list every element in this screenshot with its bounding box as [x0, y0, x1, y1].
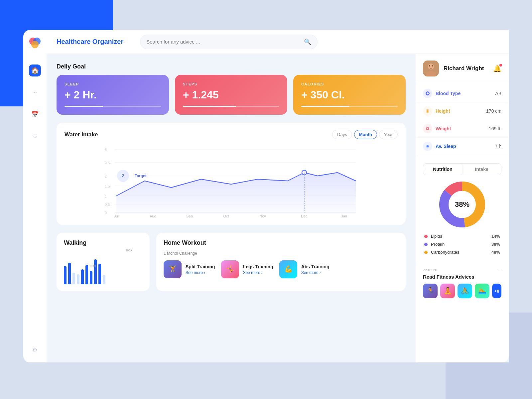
- period-buttons: Days Month Year: [332, 130, 398, 139]
- bar: [81, 269, 84, 284]
- svg-text:🚴: 🚴: [461, 287, 469, 295]
- legs-name: Legs Training: [243, 264, 273, 269]
- sidebar-item-settings[interactable]: ⚙: [29, 344, 41, 356]
- svg-text:Jan: Jan: [341, 214, 347, 217]
- calories-progress-bar: [301, 106, 398, 107]
- svg-point-2: [31, 41, 39, 48]
- chevron-right-icon: ›: [261, 270, 263, 275]
- avatar: [423, 61, 439, 76]
- daily-goal-title: Deily Goal: [57, 63, 406, 70]
- water-intake-section: Water Intake Days Month Year 3 2.5 2: [57, 123, 406, 225]
- svg-text:🤸: 🤸: [226, 265, 234, 273]
- svg-text:Aug: Aug: [150, 214, 156, 217]
- bar-col-2: [68, 263, 71, 284]
- workout-title: Home Workout: [164, 239, 398, 246]
- protein-value: 38%: [491, 242, 500, 247]
- sidebar: 🏠 ～ 📅 ♡ ⚙: [23, 30, 47, 362]
- period-month[interactable]: Month: [354, 130, 377, 139]
- calories-value: + 350 Cl.: [301, 89, 398, 101]
- steps-progress-fill: [183, 106, 236, 107]
- av-sleep-icon: [423, 142, 432, 151]
- bar: [77, 274, 79, 284]
- period-year[interactable]: Year: [379, 130, 398, 139]
- sleep-row: Av. Sleep 7 h: [416, 138, 509, 155]
- sidebar-item-activity[interactable]: ～: [29, 86, 41, 98]
- bar: [85, 265, 88, 284]
- svg-point-44: [427, 128, 428, 129]
- split-info: Split Training See more ›: [186, 264, 215, 275]
- advices-title: Read Fitness Advices: [423, 274, 501, 280]
- sleep-label: SLEEP: [65, 82, 161, 86]
- bar: [64, 266, 66, 284]
- split-see-more[interactable]: See more ›: [186, 270, 215, 275]
- height-row: Height 170 cm: [416, 102, 509, 120]
- svg-text:1.5: 1.5: [105, 184, 110, 188]
- bar-col-4: [77, 274, 79, 284]
- calories-label: CALORIES: [301, 82, 398, 86]
- height-label: Height: [436, 108, 486, 114]
- bar: [98, 264, 101, 284]
- advice-thumb-4: 🏊: [475, 284, 489, 298]
- bar-col-6: [85, 265, 88, 284]
- app-title: Healthcare Organizer: [57, 38, 123, 46]
- sidebar-item-home[interactable]: 🏠: [29, 65, 41, 76]
- advices-menu-icon[interactable]: ···: [498, 268, 501, 272]
- legs-see-more[interactable]: See more ›: [243, 270, 273, 275]
- split-name: Split Training: [186, 264, 215, 269]
- height-icon: [423, 106, 432, 116]
- steps-progress-bar: [183, 106, 279, 107]
- bar-col-1: [64, 266, 66, 284]
- period-days[interactable]: Days: [332, 130, 352, 139]
- bar: [68, 263, 71, 284]
- abs-see-more[interactable]: See more ›: [301, 270, 330, 275]
- search-bar[interactable]: 🔍: [140, 35, 317, 49]
- svg-text:2.5: 2.5: [105, 161, 110, 165]
- protein-label: Protein: [431, 242, 491, 247]
- search-input[interactable]: [146, 39, 304, 45]
- abs-name: Abs Training: [301, 264, 330, 269]
- advice-thumb-1: 🏃: [423, 284, 438, 298]
- advice-thumb-3: 🚴: [458, 284, 472, 298]
- svg-point-41: [427, 92, 429, 94]
- left-panel: Deily Goal SLEEP + 2 Hr. STEPS + 1.245: [47, 54, 416, 362]
- steps-value: + 1.245: [183, 89, 279, 101]
- bar: [103, 275, 105, 284]
- water-title: Water Intake: [65, 131, 332, 138]
- svg-text:🏊: 🏊: [478, 287, 486, 295]
- tab-intake[interactable]: Intake: [462, 164, 501, 175]
- workout-badge: 1 Month Challenge: [164, 251, 398, 256]
- legend-items: Lipids 14% Protein 38% Carbohydrates 48%: [423, 234, 501, 255]
- workout-card-abs: 💪 Abs Training See more ›: [279, 260, 330, 278]
- abs-info: Abs Training See more ›: [301, 264, 330, 275]
- svg-text:Oct: Oct: [223, 214, 229, 217]
- right-panel: Richard Wright 🔔: [416, 54, 509, 362]
- advice-thumb-2: 🧘: [440, 284, 455, 298]
- weight-icon: [423, 124, 432, 133]
- donut-container: 38%: [439, 181, 485, 228]
- advices-date: 22.01.20: [423, 268, 437, 272]
- water-header: Water Intake Days Month Year: [65, 130, 398, 139]
- nutrition-section: Nutrition Intake: [416, 158, 509, 263]
- protein-dot: [424, 243, 428, 246]
- sleep-card: SLEEP + 2 Hr.: [57, 75, 169, 115]
- advice-more-button[interactable]: +8: [492, 284, 501, 298]
- svg-text:🏃: 🏃: [426, 287, 435, 295]
- carbs-value: 48%: [491, 250, 500, 255]
- lipids-dot: [424, 235, 428, 238]
- blood-type-label: Blood Type: [436, 91, 495, 96]
- svg-point-46: [427, 145, 429, 147]
- svg-text:0: 0: [105, 211, 107, 215]
- content-area: Healthcare Organizer 🔍 Deily Goal SLEEP …: [47, 30, 509, 362]
- sidebar-item-favorites[interactable]: ♡: [29, 130, 41, 142]
- donut-chart-wrapper: 38%: [423, 181, 501, 228]
- bar-col-7: [90, 271, 92, 284]
- notification-button[interactable]: 🔔: [493, 65, 501, 72]
- water-chart-svg: 3 2.5 2 1.5 1 0.5 0: [65, 144, 398, 217]
- topbar: Healthcare Organizer 🔍: [47, 30, 509, 54]
- lipids-label: Lipids: [431, 234, 491, 239]
- weight-value: 169 lb: [489, 126, 501, 131]
- carbs-dot: [424, 251, 428, 254]
- tab-nutrition[interactable]: Nutrition: [423, 164, 462, 175]
- sidebar-item-calendar[interactable]: 📅: [29, 108, 41, 120]
- profile-header: Richard Wright 🔔: [416, 54, 509, 82]
